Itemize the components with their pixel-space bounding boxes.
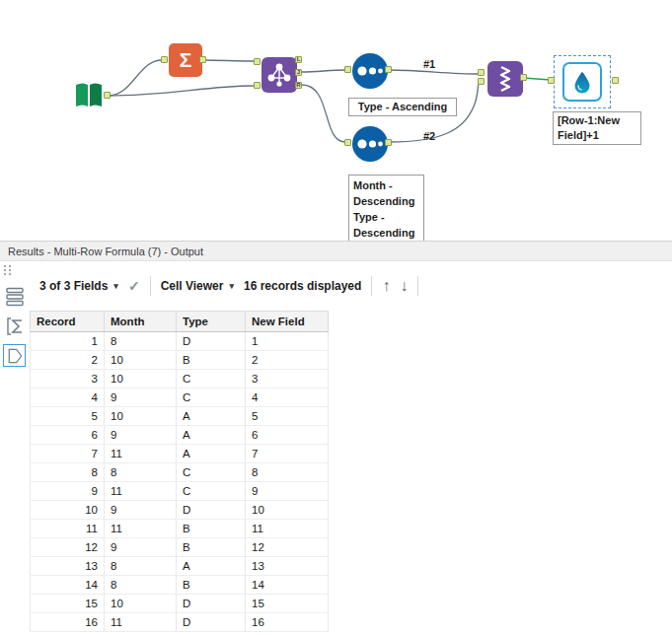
table-row[interactable]: 109D10	[31, 501, 329, 520]
panel-grip-icon[interactable]	[2, 263, 30, 281]
summarize-input-anchor[interactable]	[161, 56, 168, 63]
table-row[interactable]: 49C4	[31, 388, 329, 407]
table-row[interactable]: 148B14	[31, 576, 329, 595]
cell-record[interactable]: 7	[31, 445, 105, 463]
cell-record[interactable]: 16	[31, 613, 105, 632]
cell-month[interactable]: 9	[105, 538, 177, 557]
cell-record[interactable]: 11	[31, 520, 105, 538]
arrow-down-icon[interactable]: ↓	[400, 278, 408, 294]
cell-new-field[interactable]: 15	[246, 595, 329, 613]
sort-tool-2[interactable]	[352, 126, 388, 162]
cell-type[interactable]: B	[177, 520, 246, 538]
join-input-l-anchor[interactable]	[254, 58, 261, 65]
cell-new-field[interactable]: 7	[246, 445, 329, 463]
cell-type[interactable]: D	[177, 332, 246, 351]
cell-month[interactable]: 10	[105, 370, 177, 388]
column-header-type[interactable]: Type	[177, 312, 246, 332]
cell-type[interactable]: B	[177, 538, 246, 557]
cell-new-field[interactable]: 10	[246, 501, 329, 520]
cell-month[interactable]: 11	[105, 482, 177, 501]
cell-month[interactable]: 8	[105, 576, 177, 595]
table-row[interactable]: 1111B11	[31, 520, 329, 538]
cell-type[interactable]: A	[177, 445, 246, 463]
cell-record[interactable]: 2	[31, 351, 105, 370]
cell-record[interactable]: 8	[31, 463, 105, 482]
cell-type[interactable]: D	[177, 501, 246, 520]
column-header-record[interactable]: Record	[31, 312, 105, 332]
multirow-annotation[interactable]: [Row-1:New Field]+1	[553, 111, 641, 145]
multirow-output-anchor[interactable]	[612, 77, 619, 84]
sort-tool-1[interactable]	[352, 53, 388, 89]
union-input-anchor-2[interactable]	[478, 78, 485, 85]
cell-new-field[interactable]: 16	[246, 613, 329, 632]
cell-month[interactable]: 8	[105, 557, 177, 576]
table-row[interactable]: 138A13	[31, 557, 329, 576]
table-row[interactable]: 18D1	[31, 332, 329, 351]
metadata-sigma-icon[interactable]	[3, 315, 26, 337]
cell-new-field[interactable]: 4	[246, 388, 329, 407]
union-input-anchor-1[interactable]	[478, 69, 485, 76]
summarize-output-anchor[interactable]	[199, 56, 206, 63]
table-row[interactable]: 129B12	[31, 538, 329, 557]
table-row[interactable]: 310C3	[31, 370, 329, 388]
table-row[interactable]: 510A5	[31, 407, 329, 426]
cell-month[interactable]: 10	[105, 407, 177, 426]
cell-record[interactable]: 5	[31, 407, 105, 426]
join-output-r-anchor[interactable]: R	[295, 82, 302, 89]
arrow-up-icon[interactable]: ↑	[382, 278, 390, 294]
cell-month[interactable]: 11	[105, 520, 177, 538]
cell-record[interactable]: 15	[31, 595, 105, 613]
cell-new-field[interactable]: 1	[246, 332, 329, 351]
cell-record[interactable]: 14	[31, 576, 105, 595]
join-input-r-anchor[interactable]	[254, 82, 261, 89]
sort1-output-anchor[interactable]	[385, 66, 392, 73]
sort2-annotation[interactable]: Month - Descending Type - Descending	[348, 175, 424, 242]
cell-type[interactable]: B	[177, 576, 246, 595]
cell-month[interactable]: 9	[105, 426, 177, 445]
cell-month[interactable]: 9	[105, 388, 177, 407]
cell-type[interactable]: B	[177, 351, 246, 370]
cell-new-field[interactable]: 14	[246, 576, 329, 595]
cell-new-field[interactable]: 12	[246, 538, 329, 557]
column-header-new-field[interactable]: New Field	[246, 312, 329, 332]
cell-month[interactable]: 11	[105, 613, 177, 632]
cell-new-field[interactable]: 13	[246, 557, 329, 576]
cell-new-field[interactable]: 8	[246, 463, 329, 482]
data-grid-icon[interactable]	[3, 285, 26, 308]
cell-type[interactable]: C	[177, 463, 246, 482]
sort1-input-anchor[interactable]	[344, 66, 351, 73]
cell-month[interactable]: 11	[105, 445, 177, 463]
cell-type[interactable]: A	[177, 426, 246, 445]
table-row[interactable]: 69A6	[31, 426, 329, 445]
union-tool[interactable]	[487, 61, 523, 97]
join-output-j-anchor[interactable]: J	[295, 69, 302, 76]
cell-month[interactable]: 8	[105, 332, 177, 351]
cell-record[interactable]: 4	[31, 388, 105, 407]
cell-type[interactable]: A	[177, 557, 246, 576]
cell-viewer-dropdown[interactable]: Cell Viewer ▾	[161, 279, 234, 293]
cell-record[interactable]: 10	[31, 501, 105, 520]
holding-pen-icon[interactable]	[3, 344, 26, 367]
cell-type[interactable]: C	[177, 482, 246, 501]
apply-check-icon[interactable]: ✓	[128, 278, 140, 294]
input-data-tool[interactable]	[71, 78, 107, 113]
column-header-month[interactable]: Month	[105, 312, 177, 332]
join-tool[interactable]	[261, 57, 297, 93]
table-row[interactable]: 1611D16	[31, 613, 329, 632]
cell-type[interactable]: D	[177, 613, 246, 632]
cell-new-field[interactable]: 3	[246, 370, 329, 388]
cell-type[interactable]: A	[177, 407, 246, 426]
cell-month[interactable]: 10	[105, 351, 177, 370]
table-row[interactable]: 911C9	[31, 482, 329, 501]
sort1-annotation[interactable]: Type - Ascending	[348, 98, 457, 116]
cell-record[interactable]: 1	[31, 332, 105, 351]
table-row[interactable]: 711A7	[31, 445, 329, 463]
input-output-anchor[interactable]	[104, 92, 111, 99]
cell-new-field[interactable]: 6	[246, 426, 329, 445]
union-output-anchor[interactable]	[520, 74, 527, 81]
cell-record[interactable]: 9	[31, 482, 105, 501]
table-row[interactable]: 88C8	[31, 463, 329, 482]
multi-row-formula-tool[interactable]	[562, 62, 602, 102]
cell-month[interactable]: 10	[105, 595, 177, 613]
cell-new-field[interactable]: 11	[246, 520, 329, 538]
